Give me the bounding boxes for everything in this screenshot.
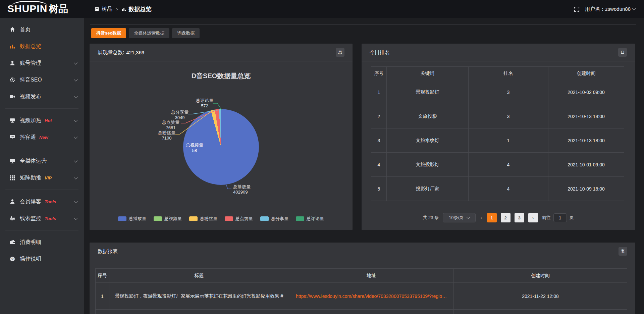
chevron-down-icon	[74, 216, 77, 220]
sidebar-item-matrix-boost[interactable]: 矩阵助推 VIP	[0, 169, 84, 186]
ranking-panel-header: 今日排名 日	[362, 44, 635, 61]
col-created: 创建时间	[454, 269, 627, 283]
data-tabs: 抖音seo数据 全媒体运营数据 询盘数据	[91, 28, 200, 38]
pie-label-comments: 总评论量572	[184, 98, 225, 109]
chevron-down-icon	[74, 61, 77, 64]
legend-label: 总播放量	[129, 216, 146, 222]
table-row	[96, 310, 627, 314]
legend-item[interactable]: 总分享量	[260, 216, 288, 222]
table-row: 1 景观投影灯，夜游景观投影灯厂家展示展示落花灯在花园里的灯光投影应用效果 # …	[96, 283, 627, 310]
chevron-down-icon	[74, 159, 77, 162]
tab-douyin-seo-data[interactable]: 抖音seo数据	[91, 28, 126, 38]
sidebar-item-label: 全媒体运营	[20, 158, 47, 164]
legend-item[interactable]: 总点赞量	[225, 216, 253, 222]
page-button-2[interactable]: 2	[501, 213, 511, 222]
chevron-down-icon	[466, 215, 470, 219]
sidebar-item-data-overview[interactable]: 数据总览	[0, 38, 84, 55]
sidebar-item-doukertong[interactable]: 抖客通 New	[0, 129, 84, 146]
sidebar-item-media-operation[interactable]: 全媒体运营	[0, 153, 84, 169]
sidebar-item-expense-detail[interactable]: 消费明细	[0, 234, 84, 251]
legend-item[interactable]: 总粉丝量	[189, 216, 217, 222]
tab-media-operation-data[interactable]: 全媒体运营数据	[129, 28, 169, 38]
next-page-button[interactable]: ›	[528, 213, 538, 222]
pie-label-videos: 总视频量58	[174, 143, 215, 153]
video-link[interactable]: https://www.iesdouyin.com/share/video/70…	[296, 294, 447, 299]
legend-swatch	[260, 216, 269, 221]
sidebar-item-account[interactable]: 账号管理	[0, 55, 84, 71]
page-size-select[interactable]: 10条/页	[443, 213, 476, 222]
pie-legend: 总播放量 总视频量 总粉丝量 总点赞量 总分享量 总评论量	[90, 216, 353, 222]
sidebar-item-home[interactable]: 首页	[0, 21, 84, 38]
tab-inquiry-data[interactable]: 询盘数据	[172, 28, 200, 38]
chevron-down-icon	[74, 118, 77, 122]
overview-panel-header: 展现量总数: 421,369 总	[90, 44, 353, 61]
sidebar-item-label: 矩阵助推	[20, 175, 41, 181]
legend-label: 总评论量	[307, 216, 324, 222]
sliders-icon	[9, 215, 15, 221]
sidebar-item-help[interactable]: ? 操作说明	[0, 251, 84, 267]
report-row-title: 景观投影灯，夜游景观投影灯厂家展示展示落花灯在花园里的灯光投影应用效果 #	[109, 283, 289, 310]
sidebar-item-label: 抖音SEO	[20, 77, 42, 83]
user-menu[interactable]: 用户名：zswodun88	[585, 6, 635, 12]
legend-label: 总点赞量	[235, 216, 253, 222]
legend-swatch	[118, 216, 126, 221]
ranking-table: 序号 关键词 排名 创建时间 1景观投影灯32021-10-02 09:00 2…	[371, 66, 624, 201]
hot-badge: Hot	[45, 118, 52, 123]
sidebar-item-clue-monitor[interactable]: 线索监控 Tools	[0, 210, 84, 227]
col-url: 地址	[289, 269, 454, 283]
goto-unit: 页	[570, 215, 574, 221]
pie-label-shares: 总分享量3049	[160, 110, 200, 120]
fullscreen-icon[interactable]	[574, 6, 580, 12]
table-row: 3文旅水纹灯12021-10-13 18:00	[371, 128, 624, 153]
page-size-value: 10条/页	[449, 215, 464, 221]
goto-page: 前往 页	[542, 213, 574, 222]
top-header: SHUPIN 树品 树品 > 数据总览 用户名：zswodun88	[0, 0, 644, 18]
sidebar-divider	[5, 190, 78, 190]
sidebar-item-video-publish[interactable]: 视频发布	[0, 88, 84, 105]
sidebar-item-label: 会员爆客	[20, 199, 41, 205]
chevron-down-icon	[74, 94, 77, 98]
table-row: 2文旅投影32021-10-13 18:00	[371, 104, 624, 128]
table-row: 4文旅投影灯42021-10-01 09:00	[371, 153, 624, 177]
table-mode-button[interactable]: 表	[619, 247, 627, 256]
chat-bubble-icon	[9, 134, 15, 140]
legend-item[interactable]: 总播放量	[118, 216, 146, 222]
total-mode-button[interactable]: 总	[336, 48, 344, 57]
breadcrumb: 树品 > 数据总览	[95, 5, 152, 13]
table-row: 5投影灯厂家42021-10-09 18:00	[371, 177, 624, 201]
sidebar-item-label: 视频发布	[20, 94, 41, 100]
data-overview-icon	[9, 43, 15, 49]
legend-item[interactable]: 总视频量	[154, 216, 182, 222]
sidebar-item-member-baoke[interactable]: 会员爆客 Tools	[0, 193, 84, 210]
tools-badge: Tools	[45, 216, 56, 221]
chart-title: D音SEO数据量总览	[90, 71, 353, 81]
table-row: 1景观投影灯32021-10-02 09:00	[371, 80, 624, 104]
breadcrumb-current: 数据总览	[129, 5, 152, 13]
pagination-total: 共 23 条	[423, 215, 439, 221]
legend-item[interactable]: 总评论量	[296, 216, 324, 222]
legend-label: 总粉丝量	[200, 216, 217, 222]
sidebar-item-douyin-seo[interactable]: 抖音SEO	[0, 71, 84, 88]
report-table: 序号 标题 地址 创建时间 1 景观投影灯，夜游景观投影灯厂家展示展示落花灯在花…	[95, 268, 627, 314]
page-button-3[interactable]: 3	[515, 213, 524, 222]
col-created: 创建时间	[548, 67, 624, 80]
svg-text:?: ?	[11, 257, 13, 261]
breadcrumb-root[interactable]: 树品	[102, 6, 112, 13]
overview-panel: 展现量总数: 421,369 总 D音SEO数据量总览 总评论量572 总分享量…	[90, 44, 353, 230]
table-header-row: 序号 关键词 排名 创建时间	[371, 67, 624, 80]
page-button-1[interactable]: 1	[487, 213, 497, 222]
prev-page-button[interactable]: ‹	[480, 214, 483, 221]
sidebar-item-video-heat[interactable]: 视频加热 Hot	[0, 112, 84, 129]
report-panel: 数据报表 表 序号 标题 地址 创建时间 1 景观投影灯，夜游景观投影灯厂家展示…	[90, 243, 635, 314]
wallet-icon	[9, 239, 15, 245]
app-square-icon	[95, 7, 99, 11]
sidebar-item-label: 账号管理	[20, 60, 41, 66]
question-circle-icon: ?	[9, 256, 15, 262]
gear-icon	[9, 77, 15, 83]
impressions-total-value: 421,369	[126, 50, 144, 55]
video-camera-icon	[9, 94, 15, 100]
col-index: 序号	[371, 67, 387, 80]
day-mode-button[interactable]: 日	[618, 48, 627, 57]
impressions-total-label: 展现量总数:	[98, 49, 124, 56]
goto-page-input[interactable]	[553, 213, 567, 222]
